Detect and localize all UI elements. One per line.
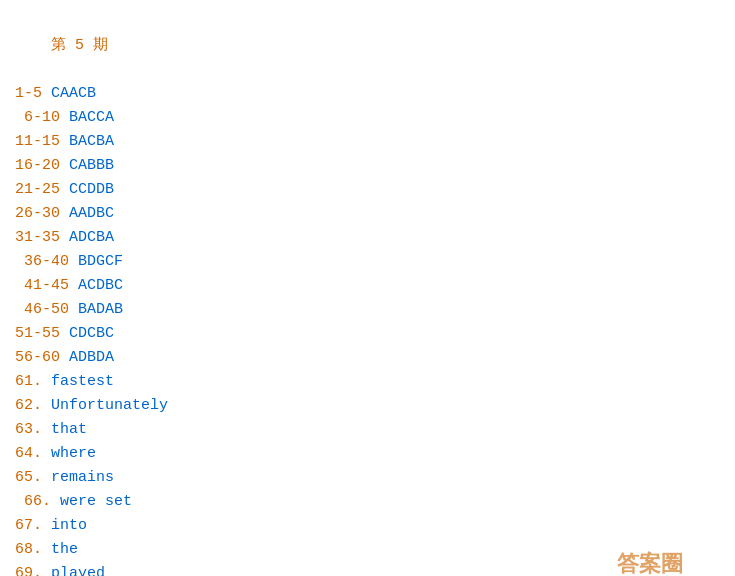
answer-value: CCDDB xyxy=(69,181,114,198)
answer-group-line: 1-5 CAACB xyxy=(15,82,720,106)
fill-in-number: 65. xyxy=(15,469,51,486)
answer-value: ADBDA xyxy=(69,349,114,366)
answer-range: 46-50 xyxy=(15,301,78,318)
answer-value: CAACB xyxy=(51,85,96,102)
fill-in-answer: played xyxy=(51,565,105,576)
content-area: 第 5 期 1-5 CAACB 6-10 BACCA11-15 BACBA16-… xyxy=(15,10,720,576)
fill-in-number: 67. xyxy=(15,517,51,534)
fill-in-number: 66. xyxy=(15,493,60,510)
answer-value: CDCBC xyxy=(69,325,114,342)
answer-group-line: 16-20 CABBB xyxy=(15,154,720,178)
answer-value: AADBC xyxy=(69,205,114,222)
answer-group-line: 11-15 BACBA xyxy=(15,130,720,154)
answer-groups: 1-5 CAACB 6-10 BACCA11-15 BACBA16-20 CAB… xyxy=(15,82,720,370)
answer-group-line: 6-10 BACCA xyxy=(15,106,720,130)
fill-in-answer: into xyxy=(51,517,87,534)
answer-group-line: 26-30 AADBC xyxy=(15,202,720,226)
answer-value: BACBA xyxy=(69,133,114,150)
header-text: 第 5 期 xyxy=(51,37,108,54)
answer-range: 1-5 xyxy=(15,85,51,102)
answer-group-line: 56-60 ADBDA xyxy=(15,346,720,370)
fill-in-answer: fastest xyxy=(51,373,114,390)
fill-in-number: 61. xyxy=(15,373,51,390)
fill-in-line: 63. that xyxy=(15,418,720,442)
fill-in-answer: remains xyxy=(51,469,114,486)
answer-range: 16-20 xyxy=(15,157,69,174)
answer-value: BADAB xyxy=(78,301,123,318)
fill-in-number: 62. xyxy=(15,397,51,414)
fill-in-answers: 61. fastest62. Unfortunately63. that64. … xyxy=(15,370,720,576)
fill-in-answer: the xyxy=(51,541,78,558)
answer-range: 21-25 xyxy=(15,181,69,198)
answer-group-line: 51-55 CDCBC xyxy=(15,322,720,346)
answer-range: 51-55 xyxy=(15,325,69,342)
fill-in-line: 65. remains xyxy=(15,466,720,490)
answer-range: 56-60 xyxy=(15,349,69,366)
answer-range: 6-10 xyxy=(15,109,69,126)
fill-in-number: 68. xyxy=(15,541,51,558)
answer-value: BACCA xyxy=(69,109,114,126)
answer-value: ACDBC xyxy=(78,277,123,294)
answer-group-line: 31-35 ADCBA xyxy=(15,226,720,250)
answer-group-line: 21-25 CCDDB xyxy=(15,178,720,202)
answer-range: 26-30 xyxy=(15,205,69,222)
fill-in-answer: where xyxy=(51,445,96,462)
fill-in-answer: were set xyxy=(60,493,132,510)
fill-in-answer: that xyxy=(51,421,87,438)
answer-range: 41-45 xyxy=(15,277,78,294)
watermark-line1: 答案圈 xyxy=(600,549,700,576)
fill-in-line: 62. Unfortunately xyxy=(15,394,720,418)
watermark: 答案圈 MXQE.COM xyxy=(600,549,700,576)
fill-in-line: 61. fastest xyxy=(15,370,720,394)
answer-group-line: 41-45 ACDBC xyxy=(15,274,720,298)
fill-in-number: 69. xyxy=(15,565,51,576)
fill-in-line: 66. were set xyxy=(15,490,720,514)
fill-in-answer: Unfortunately xyxy=(51,397,168,414)
fill-in-number: 64. xyxy=(15,445,51,462)
fill-in-line: 64. where xyxy=(15,442,720,466)
answer-range: 36-40 xyxy=(15,253,78,270)
answer-group-line: 36-40 BDGCF xyxy=(15,250,720,274)
answer-range: 11-15 xyxy=(15,133,69,150)
answer-value: ADCBA xyxy=(69,229,114,246)
fill-in-number: 63. xyxy=(15,421,51,438)
answer-group-line: 46-50 BADAB xyxy=(15,298,720,322)
answer-value: BDGCF xyxy=(78,253,123,270)
answer-value: CABBB xyxy=(69,157,114,174)
header-line: 第 5 期 xyxy=(15,10,720,82)
answer-range: 31-35 xyxy=(15,229,69,246)
fill-in-line: 67. into xyxy=(15,514,720,538)
